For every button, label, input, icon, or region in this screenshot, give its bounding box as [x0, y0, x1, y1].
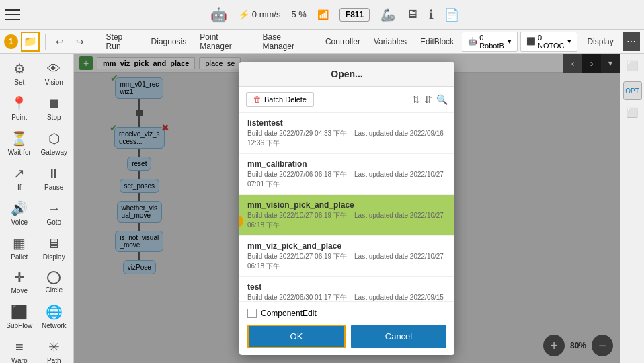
- dialog-buttons: OK Cancel: [247, 325, 446, 348]
- separator-2: [95, 34, 95, 50]
- vision-icon: 👁: [47, 61, 61, 77]
- search-icon[interactable]: 🔍: [436, 94, 448, 105]
- circle-icon: [47, 271, 61, 284]
- batch-delete-label: Batch Delete: [264, 95, 307, 104]
- robot-arm-icon: 🦾: [380, 7, 395, 22]
- sidebar-item-set[interactable]: ⚙ Set: [3, 56, 36, 90]
- right-btn-1[interactable]: ⬜: [623, 56, 642, 75]
- controller-label[interactable]: Controller: [320, 37, 366, 46]
- edit-block-label[interactable]: EditBlock: [415, 37, 459, 46]
- item-name-4: test: [247, 282, 446, 292]
- sidebar-item-point[interactable]: 📍 Point: [3, 91, 36, 125]
- undo-button[interactable]: ↩: [51, 32, 69, 51]
- if-icon: ↗: [13, 165, 25, 182]
- step-run-label[interactable]: Step Run: [101, 32, 143, 51]
- speed-icon: ⚡: [238, 9, 249, 20]
- right-btn-3[interactable]: ⬜: [623, 103, 642, 122]
- speed-display: ⚡ 0 mm/s: [238, 9, 281, 20]
- sidebar-item-if[interactable]: ↗ If: [3, 161, 36, 195]
- sidebar-item-subflow[interactable]: ⬛ SubFlow: [3, 300, 36, 333]
- sidebar-item-pallet[interactable]: ▦ Pallet: [3, 231, 36, 265]
- info-icon: ℹ: [429, 7, 434, 22]
- subflow-icon: ⬛: [11, 304, 28, 320]
- item-name-1: mm_calibration: [247, 159, 446, 169]
- network-icon: 🌐: [46, 304, 63, 320]
- variables-label[interactable]: Variables: [368, 37, 412, 46]
- dialog-footer: ComponentEdit OK Cancel: [239, 301, 454, 355]
- cancel-button[interactable]: Cancel: [351, 325, 446, 348]
- sidebar-item-display[interactable]: 🖥 Display: [38, 231, 71, 265]
- main-area: ⚙ Set 👁 Vision 📍 Point ⏹ Stop ⏳ Wait for…: [0, 54, 644, 363]
- sidebar-item-move[interactable]: ✛ Move: [3, 266, 36, 298]
- second-bar: 1 📁 ↩ ↪ Step Run Diagnosis Point Manager…: [0, 30, 644, 54]
- gateway-icon: ⬡: [48, 130, 60, 147]
- component-edit-label: ComponentEdit: [261, 309, 317, 318]
- right-btn-2[interactable]: OPT: [623, 81, 642, 100]
- point-manager-label[interactable]: Point Manager: [194, 32, 254, 51]
- expand-button[interactable]: ⋯: [623, 32, 640, 51]
- notoc-dropdown-label: 0 NOTOC: [538, 34, 565, 50]
- pallet-icon: ▦: [13, 235, 26, 251]
- ok-button[interactable]: OK: [247, 325, 346, 348]
- list-item-2[interactable]: 2 mm_vision_pick_and_place Build date 20…: [239, 195, 454, 236]
- stop-icon: ⏹: [47, 96, 61, 112]
- batch-delete-button[interactable]: 🗑 Batch Delete: [246, 92, 314, 107]
- delete-icon: 🗑: [253, 95, 261, 104]
- warp-icon: ≡: [15, 339, 24, 355]
- notoc-dropdown[interactable]: ⬛ 0 NOTOC ▾: [520, 32, 577, 52]
- robot-dropdown[interactable]: 🤖 0 RobotB ▾: [462, 32, 518, 52]
- diagnosis-label[interactable]: Diagnosis: [146, 37, 192, 46]
- display-button[interactable]: Display: [580, 36, 620, 48]
- item-name-0: listentest: [247, 118, 446, 128]
- badge-1[interactable]: 1: [4, 34, 18, 49]
- folder-button[interactable]: 📁: [21, 32, 40, 52]
- component-edit-row: ComponentEdit: [247, 309, 446, 318]
- dialog-title: Open...: [331, 69, 362, 79]
- sort-desc-icon[interactable]: ⇵: [424, 94, 432, 105]
- base-manager-label[interactable]: Base Manager: [257, 32, 317, 51]
- dialog-toolbar: 🗑 Batch Delete ⇅ ⇵ 🔍: [239, 87, 454, 113]
- monitor-icon: 🖥: [406, 7, 418, 22]
- sort-asc-icon[interactable]: ⇅: [412, 94, 420, 105]
- item-meta-0: Build date 2022/07/29 04:33 下午 Last upda…: [247, 129, 446, 148]
- list-item-0[interactable]: listentest Build date 2022/07/29 04:33 下…: [239, 113, 454, 154]
- sidebar-item-vision[interactable]: 👁 Vision: [38, 56, 71, 90]
- speed-value: 0 mm/s: [252, 9, 281, 19]
- sidebar-item-gateway[interactable]: ⬡ Gateway: [38, 126, 71, 160]
- list-item-4[interactable]: test Build date 2022/06/30 01:17 下午 Last…: [239, 277, 454, 301]
- sidebar-item-goto[interactable]: → Goto: [38, 196, 71, 230]
- dialog-toolbar-right: ⇅ ⇵ 🔍: [412, 94, 448, 105]
- sidebar-item-waitfor[interactable]: ⏳ Wait for: [3, 126, 36, 160]
- dialog-list: listentest Build date 2022/07/29 04:33 下…: [239, 113, 454, 301]
- sidebar-item-voice[interactable]: 🔊 Voice: [3, 196, 36, 230]
- redo-button[interactable]: ↪: [71, 32, 89, 51]
- sidebar-item-network[interactable]: 🌐 Network: [38, 300, 71, 333]
- tab-bar-right: 🤖 0 RobotB ▾ ⬛ 0 NOTOC ▾ Display ⋯: [462, 32, 640, 52]
- waitfor-icon: ⏳: [11, 130, 28, 147]
- sidebar-item-circle[interactable]: Circle: [38, 266, 71, 298]
- separator-1: [45, 34, 46, 50]
- sidebar-item-stop[interactable]: ⏹ Stop: [38, 91, 71, 125]
- item-meta-3: Build date 2022/10/27 06:19 下午 Last upda…: [247, 252, 446, 271]
- chevron-down-icon-2: ▾: [567, 37, 571, 46]
- component-edit-checkbox[interactable]: [247, 309, 257, 318]
- sidebar-item-path[interactable]: ✳ Path: [38, 335, 71, 363]
- list-item-1[interactable]: mm_calibration Build date 2022/07/06 06:…: [239, 154, 454, 195]
- item-name-2: mm_vision_pick_and_place: [247, 200, 446, 210]
- right-panel: ⬜ OPT ⬜: [620, 54, 644, 363]
- chevron-down-icon: ▾: [508, 37, 512, 46]
- sidebar-item-pause[interactable]: ⏸ Pause: [38, 161, 71, 195]
- robot-icon-small: 🤖: [468, 37, 477, 46]
- hamburger-menu[interactable]: [5, 5, 26, 25]
- pause-icon: ⏸: [47, 166, 61, 182]
- robot-id-badge: F811: [339, 8, 370, 22]
- item-meta-1: Build date 2022/07/06 06:18 下午 Last upda…: [247, 170, 446, 189]
- right-sep: [632, 78, 633, 79]
- item-meta-4: Build date 2022/06/30 01:17 下午 Last upda…: [247, 293, 446, 301]
- dialog-header: Open...: [239, 62, 454, 87]
- display-icon: 🖥: [47, 236, 61, 251]
- item-meta-2: Build date 2022/10/27 06:19 下午 Last upda…: [247, 211, 446, 230]
- canvas-area: + mm_viz_pick_and_place place_se ⇅ ⇵ ⚙ ‹…: [74, 54, 620, 363]
- list-item-3[interactable]: mm_viz_pick_and_place Build date 2022/10…: [239, 236, 454, 277]
- sidebar-item-warp[interactable]: ≡ Warp: [3, 335, 36, 363]
